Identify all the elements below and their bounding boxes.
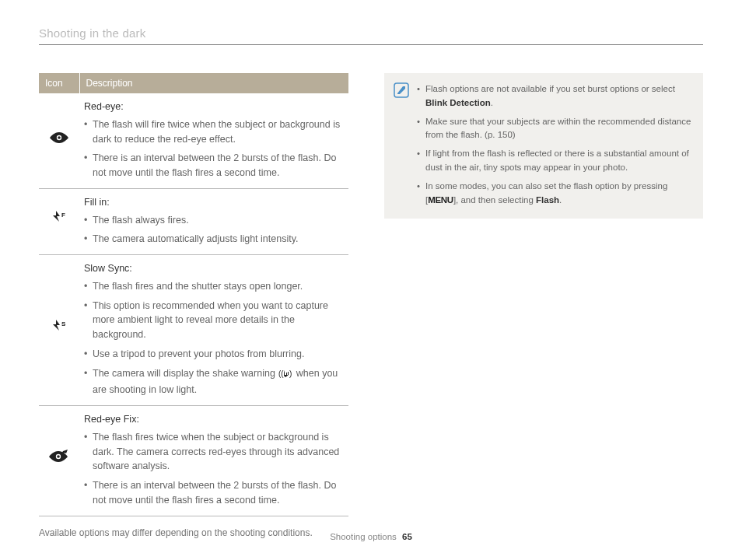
col-header-description: Description — [79, 73, 348, 93]
shake-warning-icon: (() — [278, 368, 292, 383]
table-row: Red-eye: The flash will fire twice when … — [39, 93, 348, 188]
svg-text:F: F — [61, 212, 65, 219]
flash-options-table: Icon Description Red-eye: — [39, 73, 348, 516]
table-row: S Slow Sync: The flash fires and the shu… — [39, 255, 348, 406]
svg-text:): ) — [289, 369, 292, 378]
page-title: Shooting in the dark — [39, 26, 703, 45]
bullet: The flash always fires. — [84, 213, 344, 228]
note-box: Flash options are not available if you s… — [384, 73, 703, 219]
bullet: The camera automatically adjusts light i… — [84, 232, 344, 247]
note-item: Make sure that your subjects are within … — [417, 115, 692, 143]
svg-point-1 — [58, 136, 61, 139]
table-row: F Fill in: The flash always fires. The c… — [39, 188, 348, 254]
row-title: Red-eye: — [84, 101, 124, 112]
bullet: There is an interval between the 2 burst… — [84, 478, 344, 508]
col-header-icon: Icon — [39, 73, 79, 93]
bullet: There is an interval between the 2 burst… — [84, 151, 344, 180]
bullet: The camera will display the shake warnin… — [84, 366, 344, 398]
bullet: The flash fires and the shutter stays op… — [84, 279, 344, 294]
note-item: In some modes, you can also set the flas… — [417, 180, 692, 208]
svg-point-7 — [57, 456, 60, 459]
note-icon — [394, 87, 409, 100]
bullet: Use a tripod to prevent your photos from… — [84, 347, 344, 362]
footer-section: Shooting options — [330, 532, 397, 541]
row-title: Slow Sync: — [84, 263, 132, 274]
bullet: The flash fires twice when the subject o… — [84, 430, 344, 474]
note-item: Flash options are not available if you s… — [417, 82, 692, 110]
bullet: This option is recommended when you want… — [84, 299, 344, 342]
page-footer: Shooting options 65 — [0, 532, 742, 541]
note-item: If light from the flash is reflected or … — [417, 147, 692, 175]
red-eye-fix-icon — [49, 450, 69, 470]
red-eye-icon — [50, 132, 68, 148]
row-title: Fill in: — [84, 197, 110, 208]
table-row: Red-eye Fix: The flash fires twice when … — [39, 406, 348, 516]
fill-in-icon: F — [51, 211, 68, 231]
bullet: The flash will fire twice when the subje… — [84, 117, 344, 147]
svg-text:S: S — [61, 320, 66, 327]
row-title: Red-eye Fix: — [84, 414, 139, 425]
page-number: 65 — [402, 532, 412, 541]
svg-text:((: (( — [278, 369, 284, 378]
slow-sync-icon: S — [51, 320, 68, 340]
